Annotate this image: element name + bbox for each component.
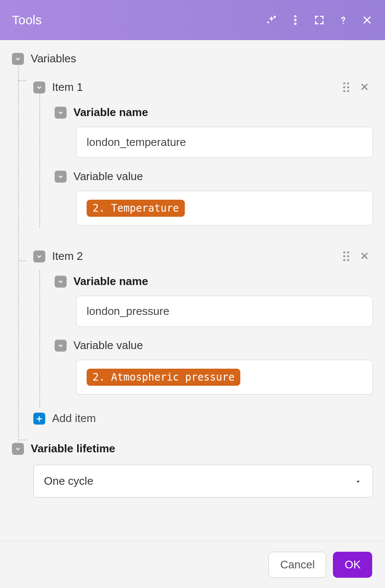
variable-name-input[interactable] xyxy=(76,296,373,327)
input-wrap: 2. Atmospheric pressure xyxy=(76,360,373,395)
value-chip: 2. Atmospheric pressure xyxy=(87,369,240,386)
lifetime-section: Variable lifetime One cycle xyxy=(12,442,373,498)
svg-point-1 xyxy=(268,22,268,23)
variables-label: Variables xyxy=(31,52,76,65)
collapse-toggle[interactable] xyxy=(33,82,45,93)
svg-point-5 xyxy=(343,23,344,24)
expand-icon[interactable] xyxy=(313,14,325,26)
variable-item: Item 1 ✕ Variable name xyxy=(33,81,373,119)
drag-handle-icon[interactable] xyxy=(343,251,349,261)
svg-point-4 xyxy=(294,23,296,25)
input-wrap xyxy=(76,288,373,327)
variable-value-picker[interactable]: 2. Temperature xyxy=(76,191,373,226)
field-label: Variable name xyxy=(73,106,148,119)
variable-value-field: Variable value xyxy=(55,339,373,352)
variable-value-field: Variable value xyxy=(55,170,373,183)
value-chip: 2. Temperature xyxy=(87,200,185,217)
item-actions: ✕ xyxy=(343,81,373,94)
field-label: Variable value xyxy=(73,170,143,183)
item-actions: ✕ xyxy=(343,250,373,263)
kebab-menu-icon[interactable] xyxy=(289,14,301,26)
header-actions xyxy=(265,14,373,26)
item-header: Item 2 ✕ xyxy=(33,250,373,263)
input-wrap: 2. Temperature xyxy=(76,191,373,226)
collapse-toggle[interactable] xyxy=(55,171,67,183)
dialog-footer: Cancel OK xyxy=(0,541,385,588)
tree-guide xyxy=(18,80,26,81)
tree-guide xyxy=(18,260,26,261)
variables-section-row: Variables xyxy=(12,52,373,65)
dialog-header: Tools xyxy=(0,0,385,40)
collapse-toggle[interactable] xyxy=(55,340,67,352)
remove-item-button[interactable]: ✕ xyxy=(359,250,370,263)
item-title: Item 1 xyxy=(52,81,336,94)
lifetime-select[interactable]: One cycle xyxy=(33,465,373,498)
svg-point-0 xyxy=(274,16,275,17)
add-item-label: Add item xyxy=(52,412,96,425)
field-label: Variable value xyxy=(73,339,143,352)
lifetime-label: Variable lifetime xyxy=(31,442,115,455)
collapse-toggle[interactable] xyxy=(33,250,45,262)
item-header: Item 1 ✕ xyxy=(33,81,373,94)
input-wrap xyxy=(76,119,373,158)
variable-name-input[interactable] xyxy=(76,127,373,158)
tree-guide xyxy=(18,66,19,454)
chevron-down-icon xyxy=(354,474,362,488)
close-icon[interactable] xyxy=(361,14,373,26)
variable-item: Item 2 ✕ Variable name xyxy=(33,250,373,288)
add-item-row: ＋ Add item xyxy=(33,412,373,425)
field-label: Variable name xyxy=(73,275,148,288)
collapse-toggle[interactable] xyxy=(55,107,67,119)
collapse-toggle[interactable] xyxy=(55,276,67,288)
cancel-button[interactable]: Cancel xyxy=(268,552,326,578)
remove-item-button[interactable]: ✕ xyxy=(359,81,370,94)
tree-guide xyxy=(39,271,40,407)
help-icon[interactable] xyxy=(337,14,349,26)
tree-guide xyxy=(18,440,26,440)
dialog-body: Variables Item 1 ✕ Variable name xyxy=(0,40,385,541)
collapse-toggle[interactable] xyxy=(12,53,24,65)
item-title: Item 2 xyxy=(52,250,336,263)
variable-name-field: Variable name xyxy=(55,275,373,288)
lifetime-value: One cycle xyxy=(44,474,93,488)
sparkle-icon[interactable] xyxy=(265,14,277,26)
ok-button[interactable]: OK xyxy=(333,552,372,578)
add-item-button[interactable]: ＋ xyxy=(33,413,45,425)
svg-point-3 xyxy=(294,19,296,21)
dialog-title: Tools xyxy=(12,13,265,27)
collapse-toggle[interactable] xyxy=(12,443,24,455)
svg-point-2 xyxy=(294,15,296,17)
variable-name-field: Variable name xyxy=(55,106,373,119)
variable-value-picker[interactable]: 2. Atmospheric pressure xyxy=(76,360,373,395)
drag-handle-icon[interactable] xyxy=(343,82,349,92)
